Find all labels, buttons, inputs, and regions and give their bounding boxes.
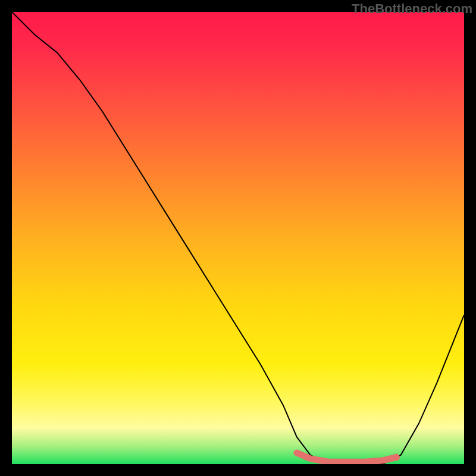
svg-point-0 [393,454,400,461]
optimal-range-marker [12,12,464,464]
chart-plot-area [12,12,464,464]
watermark-text: TheBottleneck.com [352,1,472,17]
